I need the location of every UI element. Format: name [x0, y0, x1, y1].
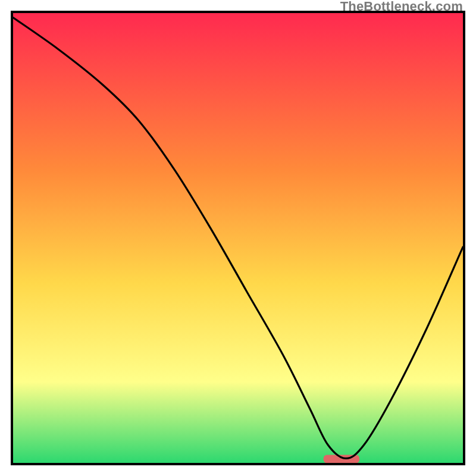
chart-svg	[13, 13, 463, 463]
chart-frame	[11, 11, 465, 465]
gradient-background	[13, 13, 463, 463]
